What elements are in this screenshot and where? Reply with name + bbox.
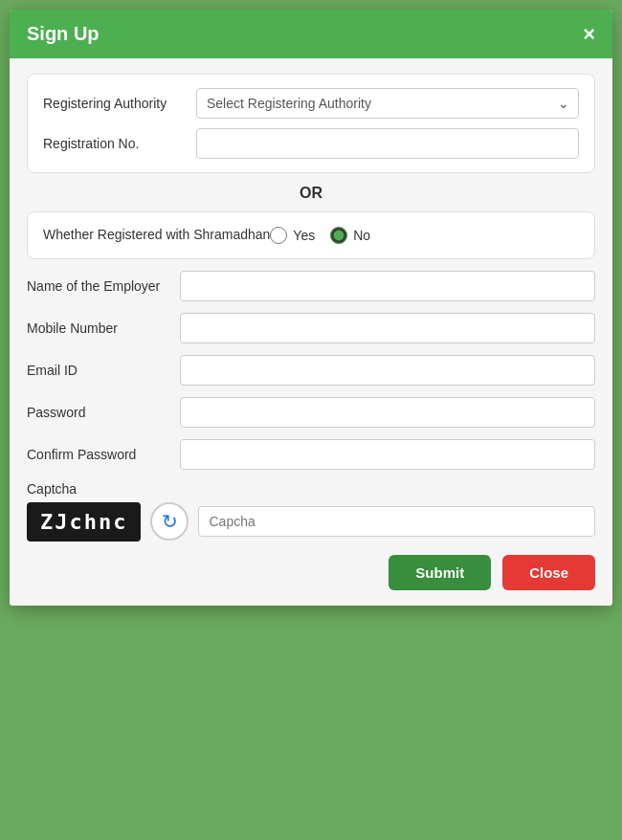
employer-name-row: Name of the Employer (27, 271, 595, 301)
mobile-number-label: Mobile Number (27, 321, 180, 336)
password-label: Password (27, 405, 180, 420)
submit-button[interactable]: Submit (389, 555, 491, 590)
shramadhan-row: Whether Registered with Shramadhan Yes N… (43, 226, 579, 245)
captcha-image: ZJchnc (27, 502, 141, 542)
shramadhan-card: Whether Registered with Shramadhan Yes N… (27, 211, 595, 259)
captcha-label: Captcha (27, 481, 595, 497)
registering-authority-label: Registering Authority (43, 96, 196, 111)
email-id-input[interactable] (180, 355, 595, 386)
yes-radio-input[interactable] (270, 227, 287, 244)
close-button[interactable]: Close (502, 555, 595, 590)
mobile-number-input[interactable] (180, 313, 595, 343)
no-label: No (353, 228, 370, 243)
no-radio-input[interactable] (330, 227, 347, 244)
registration-no-row: Registration No. (43, 128, 579, 159)
button-row: Submit Close (27, 555, 595, 590)
no-radio-label[interactable]: No (330, 227, 370, 244)
modal-title: Sign Up (27, 23, 100, 45)
yes-radio-label[interactable]: Yes (270, 227, 315, 244)
registration-no-input[interactable] (196, 128, 579, 159)
captcha-row: ZJchnc ↻ (27, 502, 595, 542)
confirm-password-input[interactable] (180, 439, 595, 470)
registering-authority-select[interactable]: Select Registering Authority (196, 88, 579, 119)
email-id-label: Email ID (27, 363, 180, 378)
password-input[interactable] (180, 397, 595, 428)
registration-no-label: Registration No. (43, 136, 196, 151)
mobile-number-row: Mobile Number (27, 313, 595, 343)
confirm-password-label: Confirm Password (27, 447, 180, 462)
email-id-row: Email ID (27, 355, 595, 386)
password-row: Password (27, 397, 595, 428)
yes-label: Yes (293, 228, 315, 243)
captcha-refresh-icon[interactable]: ↻ (150, 502, 189, 541)
registering-authority-select-wrapper: Select Registering Authority ⌄ (196, 88, 579, 119)
shramadhan-label: Whether Registered with Shramadhan (43, 226, 270, 245)
registering-authority-row: Registering Authority Select Registering… (43, 88, 579, 119)
or-divider: OR (27, 185, 595, 202)
signup-modal: Sign Up × Registering Authority Select R… (10, 10, 612, 606)
shramadhan-radio-group: Yes No (270, 227, 370, 244)
captcha-input[interactable] (198, 506, 595, 537)
registration-card: Registering Authority Select Registering… (27, 74, 595, 173)
modal-body: Registering Authority Select Registering… (10, 58, 612, 606)
modal-header: Sign Up × (10, 10, 612, 58)
confirm-password-row: Confirm Password (27, 439, 595, 470)
employer-name-input[interactable] (180, 271, 595, 301)
employer-name-label: Name of the Employer (27, 278, 180, 294)
captcha-section: Captcha ZJchnc ↻ (27, 481, 595, 542)
close-icon[interactable]: × (583, 24, 595, 45)
